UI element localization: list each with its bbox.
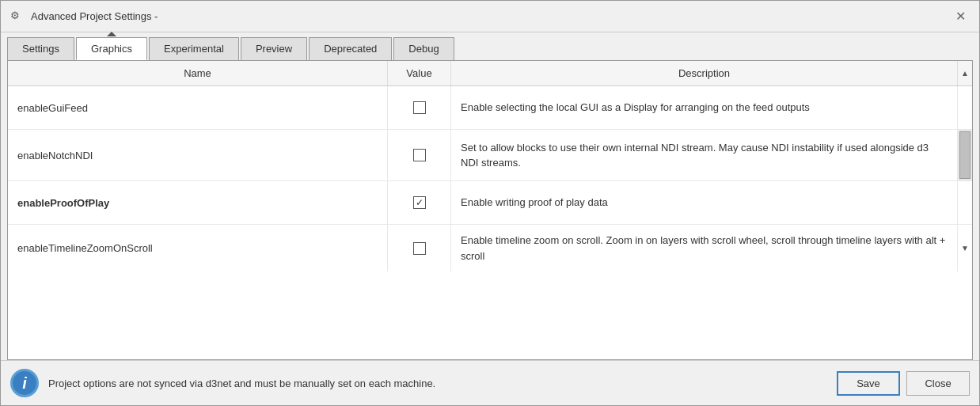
row-2-scroll — [958, 181, 972, 224]
row-1-checkbox[interactable] — [413, 149, 426, 161]
row-0-description: Enable selecting the local GUI as a Disp… — [451, 86, 958, 129]
col-value-header: Value — [388, 61, 451, 85]
row-0-value — [388, 86, 451, 129]
row-0-name: enableGuiFeed — [8, 86, 388, 129]
tab-settings[interactable]: Settings — [7, 37, 74, 60]
row-0-checkbox[interactable] — [413, 101, 426, 114]
tab-graphics[interactable]: Graphics — [76, 37, 147, 60]
scrollbar-track[interactable] — [958, 130, 972, 180]
window-close-button[interactable]: ✕ — [951, 7, 970, 26]
tab-preview[interactable]: Preview — [241, 37, 307, 60]
content-area: Name Value Description ▲ enableGuiFeed E… — [7, 60, 973, 360]
table-header: Name Value Description ▲ — [8, 61, 972, 86]
table-row: enableGuiFeed Enable selecting the local… — [8, 86, 972, 130]
footer-message: Project options are not synced via d3net… — [48, 378, 827, 389]
table-body: enableGuiFeed Enable selecting the local… — [8, 86, 972, 359]
table-row: enableTimelineZoomOnScroll Enable timeli… — [8, 225, 972, 271]
row-2-value — [388, 181, 451, 224]
row-1-name: enableNotchNDI — [8, 130, 388, 180]
title-bar-left: ⚙ Advanced Project Settings - — [10, 9, 158, 24]
tab-experimental[interactable]: Experimental — [149, 37, 239, 60]
col-description-header: Description — [451, 61, 958, 85]
info-icon: i — [10, 369, 39, 397]
row-3-scroll: ▼ — [958, 225, 972, 271]
table-row: enableNotchNDI Set to allow blocks to us… — [8, 130, 972, 181]
row-2-description: Enable writing proof of play data — [451, 181, 958, 224]
row-3-description: Enable timeline zoom on scroll. Zoom in … — [451, 225, 958, 271]
row-2-checkbox[interactable] — [413, 196, 426, 209]
main-window: ⚙ Advanced Project Settings - ✕ Settings… — [0, 0, 980, 406]
settings-icon: ⚙ — [10, 9, 25, 24]
scrollbar-thumb[interactable] — [959, 131, 971, 179]
row-3-value — [388, 225, 451, 271]
footer-buttons: Save Close — [837, 371, 970, 396]
row-3-checkbox[interactable] — [413, 242, 426, 255]
tab-deprecated[interactable]: Deprecated — [309, 37, 392, 60]
tab-bar: Settings Graphics Experimental Preview D… — [1, 32, 979, 60]
tab-debug[interactable]: Debug — [393, 37, 454, 60]
scroll-up-button[interactable]: ▲ — [958, 61, 972, 85]
row-1-scroll — [958, 130, 972, 180]
row-3-name: enableTimelineZoomOnScroll — [8, 225, 388, 271]
title-bar: ⚙ Advanced Project Settings - ✕ — [1, 1, 979, 32]
close-button[interactable]: Close — [906, 371, 970, 396]
footer: i Project options are not synced via d3n… — [1, 360, 979, 405]
row-2-name: enableProofOfPlay — [8, 181, 388, 224]
window-title: Advanced Project Settings - — [31, 10, 158, 22]
tab-active-indicator — [107, 32, 116, 36]
row-1-description: Set to allow blocks to use their own int… — [451, 130, 958, 180]
scroll-down-button[interactable]: ▼ — [958, 225, 972, 271]
col-name-header: Name — [8, 61, 388, 85]
row-0-scroll — [958, 86, 972, 129]
row-1-value — [388, 130, 451, 180]
table-row: enableProofOfPlay Enable writing proof o… — [8, 181, 972, 225]
save-button[interactable]: Save — [837, 371, 900, 396]
